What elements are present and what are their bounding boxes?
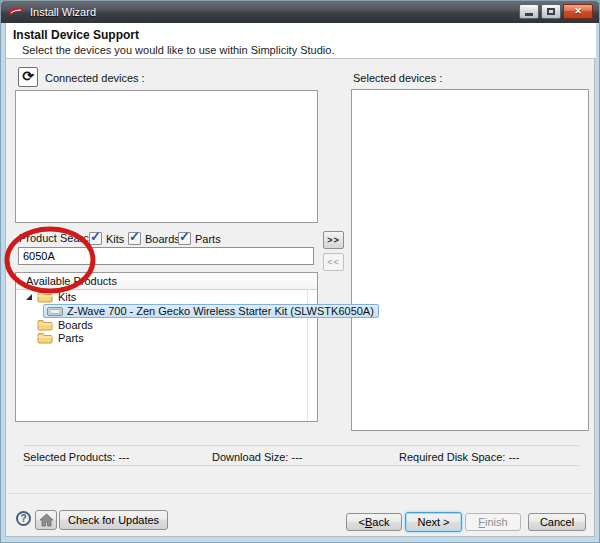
selected-devices-list[interactable] bbox=[351, 89, 589, 431]
finish-button: Finish bbox=[465, 513, 521, 531]
status-label: Selected Products: bbox=[23, 451, 115, 463]
check-for-updates-button[interactable]: Check for Updates bbox=[59, 510, 168, 530]
minimize-button[interactable] bbox=[519, 4, 539, 19]
help-button[interactable]: ? bbox=[16, 511, 31, 526]
status-value: --- bbox=[292, 451, 303, 463]
checkbox-boards-label: Boards bbox=[145, 233, 180, 245]
check-icon: ✓ bbox=[179, 229, 190, 244]
cancel-button[interactable]: Cancel bbox=[528, 513, 586, 531]
install-wizard-window: Install Wizard ✕ Install Device Support … bbox=[0, 0, 600, 543]
selected-tree-item[interactable]: Z-Wave 700 - Zen Gecko Wireless Starter … bbox=[43, 304, 379, 318]
status-selected-products: Selected Products: --- bbox=[23, 451, 129, 463]
refresh-devices-button[interactable]: ⟳ bbox=[18, 67, 38, 87]
help-icon: ? bbox=[20, 513, 26, 524]
available-products-panel[interactable]: Available Products Kits Z-Wave 700 - Zen… bbox=[15, 272, 318, 422]
refresh-icon: ⟳ bbox=[22, 69, 34, 83]
page-subtitle: Select the devices you would like to use… bbox=[22, 44, 334, 56]
tree-item-label[interactable]: Kits bbox=[58, 291, 76, 303]
finish-label: F bbox=[478, 516, 485, 528]
available-products-header[interactable]: Available Products bbox=[16, 273, 317, 290]
window-title: Install Wizard bbox=[30, 6, 96, 18]
filter-checkbox-boards[interactable]: ✓ Boards bbox=[128, 232, 180, 245]
status-separator-top bbox=[23, 445, 579, 446]
filter-checkbox-parts[interactable]: ✓ Parts bbox=[178, 232, 221, 245]
checkbox-kits-box[interactable]: ✓ bbox=[89, 232, 102, 245]
product-search-label: Product Search: bbox=[19, 232, 98, 244]
close-icon: ✕ bbox=[574, 7, 582, 16]
folder-icon bbox=[37, 291, 53, 303]
tree-item-boards[interactable]: Boards bbox=[16, 318, 315, 332]
check-icon: ✓ bbox=[90, 229, 101, 244]
status-required-disk-space: Required Disk Space: --- bbox=[399, 451, 519, 463]
expand-arrow-icon[interactable] bbox=[26, 294, 32, 300]
available-products-header-label: Available Products bbox=[26, 275, 117, 287]
tree-item-label[interactable]: Parts bbox=[58, 332, 84, 344]
close-button[interactable]: ✕ bbox=[563, 4, 593, 19]
filter-checkbox-kits[interactable]: ✓ Kits bbox=[89, 232, 124, 245]
tree-item-kits[interactable]: Kits bbox=[16, 290, 315, 304]
next-button[interactable]: Next > bbox=[405, 512, 462, 532]
checkbox-boards-box[interactable]: ✓ bbox=[128, 232, 141, 245]
checkbox-kits-label: Kits bbox=[106, 233, 124, 245]
folder-icon bbox=[37, 332, 53, 344]
connected-devices-label: Connected devices : bbox=[45, 72, 145, 84]
product-search-input[interactable] bbox=[18, 247, 314, 265]
status-label: Required Disk Space: bbox=[399, 451, 505, 463]
kit-board-icon bbox=[47, 307, 63, 316]
checkbox-parts-box[interactable]: ✓ bbox=[178, 232, 191, 245]
wizard-header: Install Device Support Select the device… bbox=[6, 23, 596, 59]
back-button[interactable]: < Back bbox=[346, 513, 402, 531]
connected-devices-list[interactable] bbox=[15, 90, 318, 223]
check-icon: ✓ bbox=[129, 229, 140, 244]
tree-item-label[interactable]: Z-Wave 700 - Zen Gecko Wireless Starter … bbox=[67, 305, 374, 317]
tree-item-parts[interactable]: Parts bbox=[16, 331, 315, 345]
silabs-logo-icon bbox=[8, 7, 25, 17]
add-device-button[interactable]: >> bbox=[323, 231, 344, 249]
status-separator-bottom bbox=[23, 465, 579, 466]
tree-item-label[interactable]: Boards bbox=[58, 319, 93, 331]
home-button[interactable] bbox=[35, 510, 57, 530]
home-icon bbox=[39, 513, 54, 527]
folder-icon bbox=[37, 319, 53, 331]
status-download-size: Download Size: --- bbox=[212, 451, 303, 463]
title-bar[interactable]: Install Wizard ✕ bbox=[1, 1, 599, 23]
selected-devices-label: Selected devices : bbox=[353, 72, 442, 84]
status-label: Download Size: bbox=[212, 451, 288, 463]
remove-device-button: << bbox=[323, 253, 344, 271]
status-value: --- bbox=[508, 451, 519, 463]
status-value: --- bbox=[118, 451, 129, 463]
tree-item-zwave-kit[interactable]: Z-Wave 700 - Zen Gecko Wireless Starter … bbox=[16, 304, 315, 318]
checkbox-parts-label: Parts bbox=[195, 233, 221, 245]
maximize-button[interactable] bbox=[541, 4, 561, 19]
page-title: Install Device Support bbox=[13, 28, 139, 42]
footer-separator bbox=[9, 493, 593, 494]
